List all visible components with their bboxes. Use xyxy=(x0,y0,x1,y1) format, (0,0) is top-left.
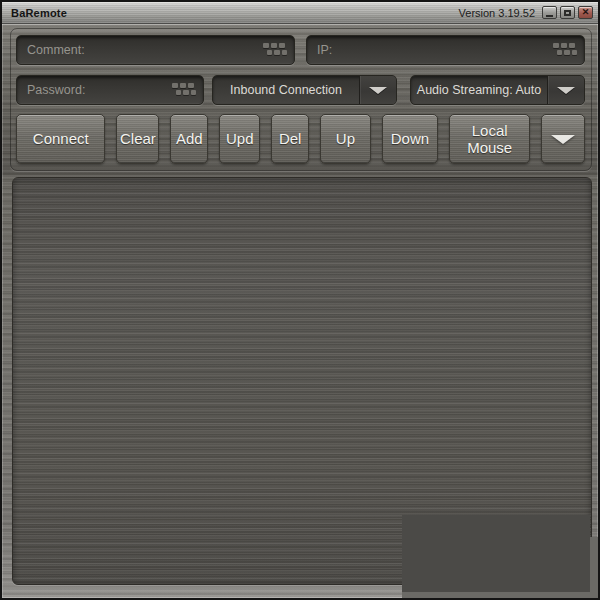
connection-mode-dropdown[interactable]: Inbound Connection xyxy=(212,75,397,105)
update-button[interactable]: Upd xyxy=(219,114,260,164)
version-label: Version 3.19.52 xyxy=(459,7,535,19)
clear-button[interactable]: Clear xyxy=(116,114,159,164)
window-controls: ✕ xyxy=(542,6,593,19)
audio-streaming-dropdown[interactable]: Audio Streaming: Auto xyxy=(410,75,585,105)
keyboard-icon[interactable] xyxy=(172,83,196,96)
dropdown-arrow-button[interactable] xyxy=(359,76,396,104)
row-comment-ip xyxy=(16,35,585,65)
ip-input[interactable] xyxy=(306,35,585,65)
ip-field-wrap xyxy=(306,35,585,65)
chevron-down-icon xyxy=(557,87,575,94)
close-button[interactable]: ✕ xyxy=(578,6,593,19)
maximize-icon xyxy=(564,10,571,16)
minimize-icon xyxy=(546,15,553,17)
dropdown-arrow-button[interactable] xyxy=(547,76,584,104)
minimize-button[interactable] xyxy=(542,6,557,19)
row-password-options: Inbound Connection Audio Streaming: Auto xyxy=(16,75,585,105)
delete-button[interactable]: Del xyxy=(271,114,309,164)
app-title: BaRemote xyxy=(11,7,67,19)
comment-input[interactable] xyxy=(16,35,295,65)
overlapping-window-client xyxy=(402,515,590,592)
keyboard-icon[interactable] xyxy=(553,43,577,56)
app-window: BaRemote Version 3.19.52 ✕ xyxy=(0,0,600,600)
keyboard-icon[interactable] xyxy=(263,43,287,56)
comment-field-wrap xyxy=(16,35,295,65)
audio-streaming-value: Audio Streaming: Auto xyxy=(411,76,547,104)
titlebar[interactable]: BaRemote Version 3.19.52 ✕ xyxy=(2,2,598,24)
close-icon: ✕ xyxy=(582,8,590,17)
more-options-button[interactable] xyxy=(541,114,585,164)
maximize-button[interactable] xyxy=(560,6,575,19)
chevron-down-icon xyxy=(369,87,387,94)
down-button[interactable]: Down xyxy=(382,114,438,164)
row-action-buttons: Connect Clear Add Upd Del Up Down Local … xyxy=(16,114,585,164)
connect-button[interactable]: Connect xyxy=(16,114,105,164)
up-button[interactable]: Up xyxy=(320,114,371,164)
chevron-down-icon xyxy=(551,135,575,144)
overlapping-window-frame-right xyxy=(590,537,600,600)
connection-mode-value: Inbound Connection xyxy=(213,76,359,104)
password-field-wrap xyxy=(16,75,204,105)
local-mouse-button[interactable]: Local Mouse xyxy=(449,114,530,164)
overlapping-window-frame-bottom xyxy=(402,592,600,600)
add-button[interactable]: Add xyxy=(170,114,208,164)
